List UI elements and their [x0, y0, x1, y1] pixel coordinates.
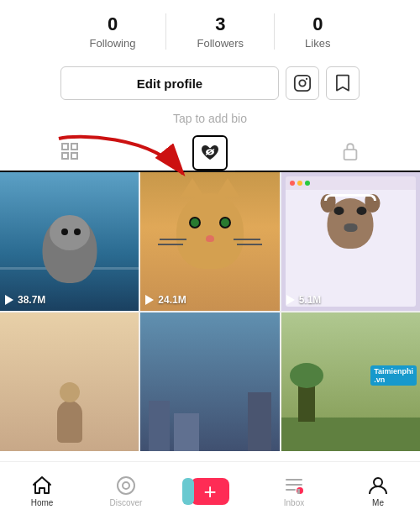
play-icon-2 — [145, 295, 155, 305]
stats-row: 0 Following 3 Followers 0 Likes — [0, 0, 420, 60]
profile-icon — [367, 475, 389, 496]
discover-icon — [115, 475, 137, 496]
heart-eye-icon — [200, 144, 220, 162]
add-icon: + — [203, 481, 216, 502]
likes-label: Likes — [305, 37, 330, 50]
play-icon-3 — [286, 295, 297, 305]
tab-private[interactable] — [280, 135, 420, 171]
bottom-navigation: Home Discover + ! Inbox Me — [0, 461, 420, 520]
svg-text:!: ! — [298, 489, 300, 494]
video-grid: 38.7M — [0, 172, 420, 451]
play-icon-1 — [5, 295, 15, 305]
view-count-3: 5.1M — [286, 294, 322, 306]
svg-rect-10 — [344, 150, 356, 160]
instagram-link-button[interactable] — [286, 66, 319, 100]
grid-container: 38.7M — [0, 172, 420, 451]
tab-liked[interactable] — [140, 135, 281, 171]
bookmark-button[interactable] — [326, 66, 360, 100]
video-cell-5[interactable] — [140, 313, 279, 451]
watermark: Taimienphi .vn — [370, 365, 417, 386]
followers-label: Followers — [197, 37, 244, 50]
me-label: Me — [372, 498, 384, 507]
discover-label: Discover — [110, 498, 143, 507]
svg-point-12 — [118, 477, 134, 494]
video-cell-1[interactable]: 38.7M — [0, 172, 139, 311]
svg-point-16 — [374, 478, 382, 486]
nav-add[interactable]: + — [185, 478, 235, 505]
svg-point-13 — [123, 482, 129, 489]
liked-tab-box — [192, 135, 228, 171]
edit-profile-button[interactable]: Edit profile — [60, 66, 279, 100]
video-cell-4[interactable] — [0, 313, 139, 451]
profile-actions: Edit profile — [0, 60, 420, 108]
bio-section[interactable]: Tap to add bio — [0, 108, 420, 135]
nav-me[interactable]: Me — [353, 475, 403, 507]
svg-rect-6 — [71, 153, 77, 159]
likes-count: 0 — [312, 13, 323, 35]
stat-following[interactable]: 0 Following — [60, 13, 167, 50]
bookmark-icon — [334, 74, 351, 92]
instagram-icon — [293, 74, 312, 92]
tab-grid[interactable] — [0, 135, 140, 171]
add-button[interactable]: + — [191, 478, 229, 505]
svg-rect-4 — [71, 144, 77, 150]
stat-followers[interactable]: 3 Followers — [166, 13, 275, 50]
stat-likes[interactable]: 0 Likes — [275, 13, 360, 50]
inbox-label: Inbox — [284, 498, 304, 507]
svg-rect-5 — [62, 153, 68, 159]
following-count: 0 — [108, 13, 118, 35]
svg-point-1 — [299, 81, 305, 87]
grid-icon — [60, 141, 80, 165]
video-cell-3[interactable]: 5.1M — [281, 172, 420, 311]
following-label: Following — [90, 37, 136, 50]
svg-rect-0 — [295, 76, 310, 91]
lock-icon — [341, 141, 360, 165]
video-cell-2[interactable]: 24.1M — [140, 172, 279, 311]
nav-home[interactable]: Home — [17, 475, 67, 507]
svg-rect-3 — [62, 144, 68, 150]
bio-placeholder: Tap to add bio — [173, 112, 247, 125]
nav-discover[interactable]: Discover — [101, 475, 151, 507]
nav-inbox[interactable]: ! Inbox — [269, 475, 319, 507]
home-label: Home — [31, 498, 54, 507]
svg-point-2 — [306, 78, 307, 80]
followers-count: 3 — [215, 13, 225, 35]
view-count-1: 38.7M — [5, 294, 45, 306]
profile-tabs — [0, 135, 420, 172]
inbox-icon: ! — [283, 475, 305, 496]
view-count-2: 24.1M — [145, 294, 186, 306]
home-icon — [31, 475, 53, 496]
